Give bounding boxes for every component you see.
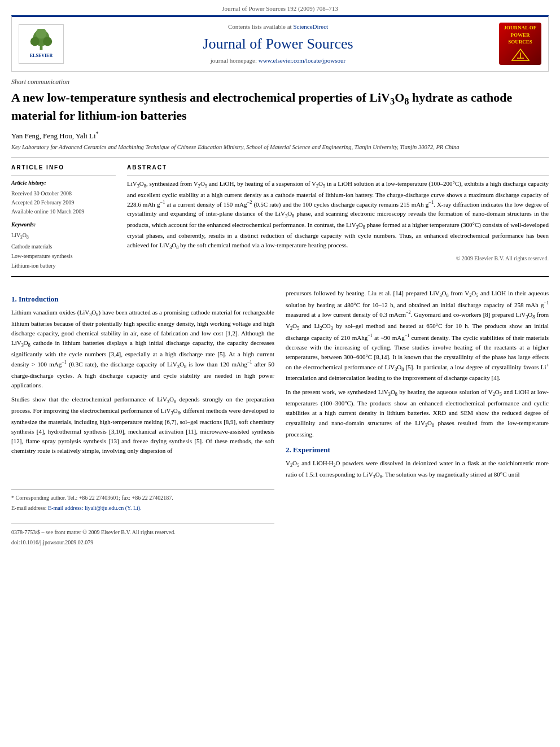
- received-date: Received 30 October 2008: [11, 189, 116, 198]
- abstract-header: ABSTRACT: [127, 164, 549, 172]
- right-paragraph-1: precursors followed by heating. Liu et a…: [286, 289, 549, 383]
- doi-section: 0378-7753/$ – see front matter © 2009 El…: [11, 523, 274, 547]
- accepted-date: Accepted 20 February 2009: [11, 198, 116, 207]
- footnote-email: E-mail address: E-mail address: liyali@t…: [11, 504, 274, 512]
- article-dates: Received 30 October 2008 Accepted 20 Feb…: [11, 189, 116, 216]
- keyword-3: Low-temperature synthesis: [11, 251, 116, 261]
- footer-notes: * Corresponding author. Tel.: +86 22 274…: [11, 490, 274, 512]
- history-label: Article history:: [11, 179, 116, 187]
- keywords-list: LiV3O8 Cathode materials Low-temperature…: [11, 230, 116, 270]
- abstract-column: ABSTRACT LiV3O8, synthesized from V2O5 a…: [127, 164, 549, 270]
- sciencedirect-line: Contents lists available at ScienceDirec…: [64, 23, 492, 31]
- intro-paragraph-1: Lithium vanadium oxides (LiV3O8) have be…: [11, 308, 274, 390]
- abstract-text: LiV3O8, synthesized from V2O5 and LiOH, …: [127, 179, 549, 251]
- online-date: Available online 10 March 2009: [11, 207, 116, 216]
- elsevier-tree-icon: [27, 29, 55, 51]
- jps-logo: JOURNAL OF POWER SOURCES: [499, 23, 541, 65]
- right-paragraph-2: In the present work, we synthesized LiV3…: [286, 387, 549, 439]
- issn-line: 0378-7753/$ – see front matter © 2009 El…: [11, 528, 274, 536]
- svg-point-3: [43, 37, 52, 46]
- authors: Yan Feng, Feng Hou, Yali Li*: [11, 130, 549, 142]
- svg-point-2: [30, 37, 40, 46]
- affiliation: Key Laboratory for Advanced Ceramics and…: [11, 143, 549, 152]
- elsevier-text: ELSEVIER: [30, 53, 53, 59]
- copyright-line: © 2009 Elsevier B.V. All rights reserved…: [127, 255, 549, 263]
- homepage-url[interactable]: www.elsevier.com/locate/jpowsour: [259, 57, 345, 64]
- article-type: Short communication: [11, 77, 549, 87]
- keyword-1: LiV3O8: [11, 230, 116, 242]
- keyword-4: Lithium-ion battery: [11, 261, 116, 270]
- email-link[interactable]: E-mail address: liyali@tju.edu.cn (Y. Li…: [48, 505, 142, 511]
- article-title: A new low-temperature synthesis and elec…: [11, 90, 549, 124]
- journal-reference-bar: Journal of Power Sources 192 (2009) 708–…: [0, 0, 560, 15]
- journal-title: Journal of Power Sources: [64, 34, 492, 54]
- footnote-star: * Corresponding author. Tel.: +86 22 274…: [11, 493, 274, 502]
- article-info-column: ARTICLE INFO Article history: Received 3…: [11, 164, 116, 270]
- journal-homepage: journal homepage: www.elsevier.com/locat…: [64, 56, 492, 65]
- body-content: 1. Introduction Lithium vanadium oxides …: [11, 289, 549, 547]
- journal-header: ELSEVIER Contents lists available at Sci…: [11, 15, 549, 71]
- article-content: Short communication A new low-temperatur…: [11, 72, 549, 289]
- body-right-column: precursors followed by heating. Liu et a…: [286, 289, 549, 547]
- divider-1: [11, 158, 549, 158]
- body-left-column: 1. Introduction Lithium vanadium oxides …: [11, 289, 274, 547]
- section1-title: 1. Introduction: [11, 294, 274, 304]
- jps-icon: [509, 48, 532, 62]
- intro-paragraph-2: Studies show that the electrochemical pe…: [11, 395, 274, 456]
- section2-text: V2O5 and LiOH·H2O powders were dissolved…: [286, 458, 549, 481]
- page-container: Journal of Power Sources 192 (2009) 708–…: [0, 0, 560, 547]
- keyword-2: Cathode materials: [11, 242, 116, 251]
- elsevier-logo: ELSEVIER: [19, 24, 64, 64]
- divider-bold: [11, 276, 549, 277]
- sciencedirect-link[interactable]: ScienceDirect: [293, 23, 328, 30]
- journal-center-info: Contents lists available at ScienceDirec…: [64, 23, 492, 65]
- section2-title: 2. Experiment: [286, 445, 549, 455]
- journal-ref-text: Journal of Power Sources 192 (2009) 708–…: [222, 5, 338, 12]
- doi-line: doi:10.1016/j.jpowsour.2009.02.079: [11, 539, 274, 547]
- keywords-label: Keywords:: [11, 221, 116, 229]
- info-abstract-columns: ARTICLE INFO Article history: Received 3…: [11, 164, 549, 270]
- article-info-header: ARTICLE INFO: [11, 164, 116, 172]
